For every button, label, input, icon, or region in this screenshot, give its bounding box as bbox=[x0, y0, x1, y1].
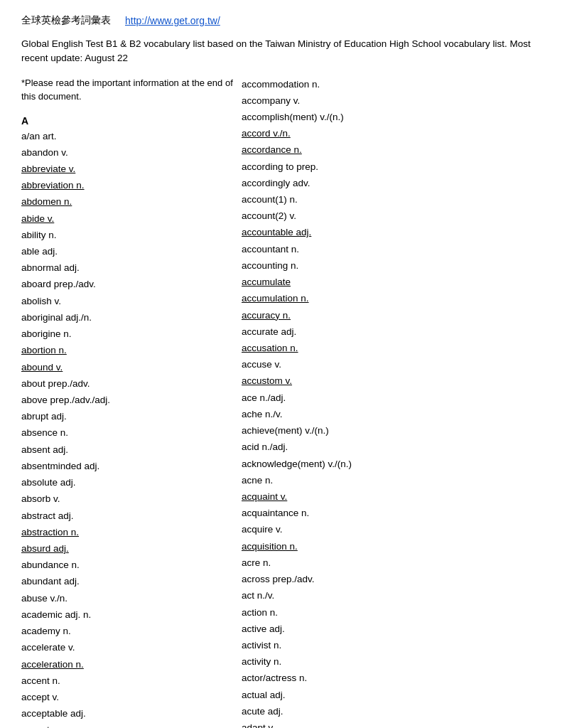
left-word-list: a/an art.abandon v.abbreviate v.abbrevia… bbox=[21, 128, 227, 729]
list-item: accounting n. bbox=[242, 257, 541, 274]
list-item: absence n. bbox=[21, 424, 227, 441]
list-item: ache n./v. bbox=[242, 406, 541, 422]
list-item: accomplish(ment) v./(n.) bbox=[242, 109, 541, 125]
list-item: accord v./n. bbox=[242, 125, 541, 141]
list-item: accumulate bbox=[242, 274, 541, 290]
list-item: acid n./adj. bbox=[242, 439, 541, 455]
description: Global English Test B1 & B2 vocabulary l… bbox=[21, 37, 541, 66]
list-item: ace n./adj. bbox=[242, 390, 541, 406]
list-item: acquaintance n. bbox=[242, 505, 541, 521]
list-item: abortion n. bbox=[21, 342, 227, 358]
list-item: accountable adj. bbox=[242, 224, 541, 240]
list-item: abolish v. bbox=[21, 293, 227, 309]
list-item: account(2) v. bbox=[242, 208, 541, 224]
main-content: *Please read the important information a… bbox=[21, 76, 541, 729]
list-item: activity n. bbox=[242, 653, 541, 670]
list-item: accent n. bbox=[21, 673, 227, 689]
list-item: absolute adj. bbox=[21, 474, 227, 491]
note: *Please read the important information a… bbox=[21, 76, 234, 104]
list-item: accuracy n. bbox=[242, 307, 541, 323]
list-item: achieve(ment) v./(n.) bbox=[242, 422, 541, 439]
list-item: accompany v. bbox=[242, 92, 541, 109]
header-line: 全球英檢參考詞彙表 http://www.get.org.tw/ bbox=[21, 14, 541, 27]
list-item: action n. bbox=[242, 604, 541, 621]
right-word-list: accommodation n.accompany v.accomplish(m… bbox=[242, 76, 541, 729]
list-item: accommodation n. bbox=[242, 76, 541, 92]
list-item: abuse v./n. bbox=[21, 590, 227, 606]
site-link[interactable]: http://www.get.org.tw/ bbox=[125, 15, 220, 26]
list-item: accustom v. bbox=[242, 373, 541, 389]
list-item: aboard prep./adv. bbox=[21, 276, 227, 292]
list-item: a/an art. bbox=[21, 128, 227, 144]
list-item: abnormal adj. bbox=[21, 259, 227, 276]
list-item: active adj. bbox=[242, 621, 541, 637]
list-item: accumulation n. bbox=[242, 290, 541, 306]
list-item: acknowledge(ment) v./(n.) bbox=[242, 456, 541, 472]
list-item: aboriginal adj./n. bbox=[21, 309, 227, 326]
site-title: 全球英檢參考詞彙表 bbox=[21, 14, 111, 27]
list-item: accusation n. bbox=[242, 340, 541, 356]
right-column: accommodation n.accompany v.accomplish(m… bbox=[242, 76, 541, 729]
list-item: acceptable adj. bbox=[21, 705, 227, 722]
list-item: absent adj. bbox=[21, 441, 227, 458]
list-item: across prep./adv. bbox=[242, 571, 541, 587]
list-item: accuse v. bbox=[242, 356, 541, 373]
list-item: absorb v. bbox=[21, 491, 227, 507]
section-letter: A bbox=[21, 115, 227, 127]
list-item: acne n. bbox=[242, 472, 541, 488]
list-item: abbreviate v. bbox=[21, 161, 227, 177]
list-item: abundant adj. bbox=[21, 573, 227, 589]
list-item: activist n. bbox=[242, 637, 541, 653]
list-item: academy n. bbox=[21, 623, 227, 639]
list-item: acquire v. bbox=[242, 521, 541, 537]
list-item: abrupt adj. bbox=[21, 408, 227, 424]
list-item: abandon v. bbox=[21, 144, 227, 161]
list-item: account(1) n. bbox=[242, 191, 541, 208]
list-item: accurate adj. bbox=[242, 323, 541, 340]
list-item: accelerate v. bbox=[21, 639, 227, 655]
list-item: absentminded adj. bbox=[21, 458, 227, 474]
list-item: accordingly adv. bbox=[242, 175, 541, 191]
list-item: abbreviation n. bbox=[21, 177, 227, 193]
list-item: able adj. bbox=[21, 243, 227, 259]
list-item: acceleration n. bbox=[21, 656, 227, 673]
list-item: aborigine n. bbox=[21, 326, 227, 342]
note-and-left: *Please read the important information a… bbox=[21, 76, 242, 729]
list-item: accept v. bbox=[21, 689, 227, 705]
list-item: accordance n. bbox=[242, 141, 541, 158]
list-item: accountant n. bbox=[242, 241, 541, 257]
list-item: act n./v. bbox=[242, 587, 541, 604]
list-item: above prep./adv./adj. bbox=[21, 392, 227, 408]
list-item: absurd adj. bbox=[21, 540, 227, 557]
list-item: abdomen n. bbox=[21, 193, 227, 210]
list-item: according to prep. bbox=[242, 159, 541, 175]
list-item: abide v. bbox=[21, 210, 227, 227]
list-item: acquisition n. bbox=[242, 538, 541, 555]
list-item: abstract adj. bbox=[21, 508, 227, 524]
list-item: abound v. bbox=[21, 359, 227, 375]
list-item: ability n. bbox=[21, 227, 227, 243]
list-item: acute adj. bbox=[242, 703, 541, 719]
list-item: actor/actress n. bbox=[242, 670, 541, 686]
left-column: A a/an art.abandon v.abbreviate v.abbrev… bbox=[21, 115, 234, 729]
list-item: abstraction n. bbox=[21, 524, 227, 540]
list-item: acquaint v. bbox=[242, 488, 541, 505]
list-item: actual adj. bbox=[242, 687, 541, 703]
list-item: acceptance n. bbox=[21, 722, 227, 728]
list-item: academic adj. n. bbox=[21, 606, 227, 623]
list-item: acre n. bbox=[242, 555, 541, 571]
list-item: adapt v. bbox=[242, 719, 541, 728]
list-item: about prep./adv. bbox=[21, 375, 227, 392]
list-item: abundance n. bbox=[21, 557, 227, 573]
